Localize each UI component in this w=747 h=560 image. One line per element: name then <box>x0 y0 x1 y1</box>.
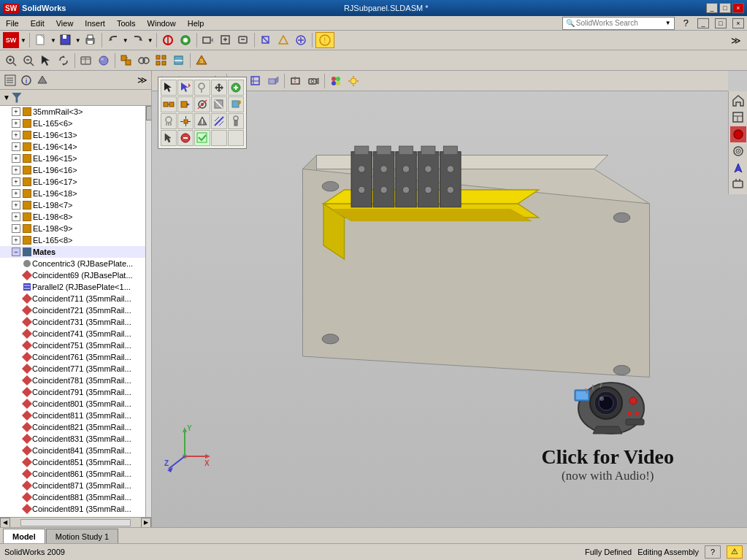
tab-model[interactable]: Model <box>3 529 45 543</box>
mate-coincident801[interactable]: Coincident801 (35mmRail... <box>0 398 151 410</box>
mate-coincident831[interactable]: Coincident831 (35mmRail... <box>0 433 151 445</box>
expand-el196-17[interactable]: + <box>12 177 20 186</box>
mate-coincident821[interactable]: Coincident821 (35mmRail... <box>0 421 151 433</box>
save-dropdown[interactable]: ▼ <box>75 37 81 44</box>
mate-coincident771[interactable]: Coincident771 (35mmRail... <box>0 363 151 375</box>
menu-tools[interactable]: Tools <box>114 18 139 28</box>
tree-item-mates[interactable]: − Mates <box>0 246 151 258</box>
expand-el196-18[interactable]: + <box>12 189 20 198</box>
mate-coincident891[interactable]: Coincident891 (35mmRail... <box>0 503 151 515</box>
vp-lighting[interactable] <box>345 73 361 89</box>
scrollbar-thumb[interactable] <box>146 106 152 120</box>
restore-win-button[interactable]: □ <box>715 18 727 28</box>
horizontal-scrollbar[interactable]: ◀ ▶ <box>0 517 151 527</box>
close-button[interactable]: × <box>732 3 744 13</box>
sw-dropdown-arrow[interactable]: ▼ <box>20 37 26 44</box>
mate-coincident731[interactable]: Coincident731 (35mmRail... <box>0 316 151 328</box>
rt-btn-3[interactable] <box>730 126 746 142</box>
mate-coincident881[interactable]: Coincident881 (35mmRail... <box>0 491 151 503</box>
scroll-right-button[interactable]: ▶ <box>141 518 151 528</box>
toolbar-btn-7[interactable] <box>275 32 291 48</box>
pattern-btn[interactable] <box>153 53 169 69</box>
3d-home-btn[interactable] <box>730 93 746 109</box>
video-overlay[interactable]: Click for Video (now with Audio!) <box>542 361 674 483</box>
help-question-button[interactable]: ? <box>705 545 721 559</box>
scrollbar-track[interactable] <box>20 519 131 526</box>
save-button[interactable] <box>58 32 74 48</box>
video-subtext[interactable]: (now with Audio!) <box>542 469 674 483</box>
scroll-left-button[interactable]: ◀ <box>0 518 10 528</box>
toolbar-btn-1[interactable] <box>160 32 176 48</box>
expand-el196-14[interactable]: + <box>12 142 20 151</box>
print-button[interactable] <box>83 32 99 48</box>
rt-btn-4[interactable] <box>730 143 746 159</box>
mate-coincident791[interactable]: Coincident791 (35mmRail... <box>0 386 151 398</box>
expand-mates[interactable]: − <box>12 248 20 256</box>
expand-el198-9[interactable]: + <box>12 224 20 233</box>
rt-btn-6[interactable] <box>730 177 746 193</box>
mate-concentric3[interactable]: Concentric3 (RJBasePlate... <box>0 258 151 269</box>
expand-el198-7[interactable]: + <box>12 201 20 210</box>
view-orient-btn[interactable] <box>78 53 94 69</box>
mate-coincident721[interactable]: Coincident721 (35mmRail... <box>0 304 151 316</box>
tree-item-el196-15[interactable]: + EL-196<15> <box>0 153 151 164</box>
menu-edit[interactable]: Edit <box>28 18 47 28</box>
mate-coincident69[interactable]: Coincident69 (RJBasePlat... <box>0 269 151 281</box>
vertical-scrollbar[interactable] <box>145 106 151 517</box>
tree-item-el196-17[interactable]: + EL-196<17> <box>0 176 151 188</box>
tree-item-el165-8[interactable]: + EL-165<8> <box>0 234 151 246</box>
vp-view-orient[interactable] <box>248 73 264 89</box>
redo-dropdown[interactable]: ▼ <box>148 37 153 44</box>
expand-panel-btn[interactable]: ≫ <box>728 32 744 48</box>
menu-help[interactable]: Help <box>185 18 207 28</box>
menu-window[interactable]: Window <box>145 18 179 28</box>
mate-coincident781[interactable]: Coincident781 (35mmRail... <box>0 375 151 386</box>
help-icon[interactable]: ? <box>681 18 692 28</box>
smart-components-btn[interactable]: S <box>194 53 210 69</box>
mate-coincident861[interactable]: Coincident861 (35mmRail... <box>0 468 151 480</box>
menu-view[interactable]: View <box>53 18 77 28</box>
tree-item-el196-18[interactable]: + EL-196<18> <box>0 188 151 199</box>
toolbar-btn-8[interactable] <box>293 32 309 48</box>
search-input[interactable] <box>576 19 664 27</box>
property-mgr-btn[interactable]: i <box>19 73 34 88</box>
toolbar-btn-9[interactable]: ! <box>315 32 334 48</box>
tree-item-el196-14[interactable]: + EL-196<14> <box>0 141 151 153</box>
mate-coincident761[interactable]: Coincident761 (35mmRail... <box>0 351 151 363</box>
assembly-feature-btn[interactable] <box>171 53 187 69</box>
mate-btn[interactable] <box>136 53 152 69</box>
maximize-button[interactable]: □ <box>719 3 731 13</box>
rt-btn-2[interactable] <box>730 110 746 126</box>
tree-item-35mmrail[interactable]: + 35mmRail<3> <box>0 106 151 118</box>
sw-logo-btn[interactable]: SW <box>3 32 19 48</box>
toolbar-btn-4[interactable] <box>218 32 234 48</box>
vp-camera[interactable] <box>305 73 321 89</box>
undo-dropdown[interactable]: ▼ <box>123 37 129 44</box>
expand-el165-8[interactable]: + <box>12 236 20 245</box>
tree-item-el196-16[interactable]: + EL-196<16> <box>0 164 151 176</box>
video-text[interactable]: Click for Video <box>542 445 674 469</box>
toolbar-btn-6[interactable] <box>258 32 274 48</box>
mate-coincident811[interactable]: Coincident811 (35mmRail... <box>0 410 151 421</box>
vp-appearance[interactable] <box>328 73 344 89</box>
toolbar-btn-3[interactable] <box>200 32 216 48</box>
vp-display-style[interactable] <box>265 73 281 89</box>
rt-btn-5[interactable] <box>730 160 746 176</box>
component-btn[interactable] <box>118 53 134 69</box>
expand-el196-13[interactable]: + <box>12 131 20 139</box>
close-win-button[interactable]: × <box>732 18 744 28</box>
tree-item-el198-7[interactable]: + EL-198<7> <box>0 199 151 211</box>
expand-el198-8[interactable]: + <box>12 212 20 221</box>
tree-item-el196-13[interactable]: + EL-196<13> <box>0 129 151 141</box>
collapse-panel-btn[interactable]: ≫ <box>137 73 148 88</box>
feature-manager-btn[interactable] <box>3 73 18 88</box>
menu-file[interactable]: File <box>3 18 22 28</box>
new-dropdown[interactable]: ▼ <box>50 37 56 44</box>
tab-motion-study1[interactable]: Motion Study 1 <box>46 529 118 543</box>
tree-item-el165-6[interactable]: + EL-165<6> <box>0 118 151 129</box>
new-button[interactable] <box>33 32 49 48</box>
mate-coincident871[interactable]: Coincident871 (35mmRail... <box>0 480 151 491</box>
zoom-out-btn[interactable] <box>20 53 37 69</box>
mate-coincident711[interactable]: Coincident711 (35mmRail... <box>0 293 151 304</box>
vp-section-view[interactable] <box>288 73 304 89</box>
